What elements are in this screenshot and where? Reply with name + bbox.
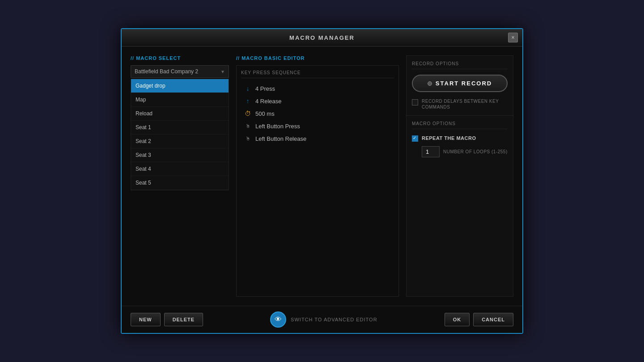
footer-left: NEW DELETE [131, 313, 203, 326]
repeat-macro-row: REPEAT THE MACRO [412, 135, 508, 142]
title-bar: MACRO MANAGER × [122, 29, 522, 46]
sequence-item-label: 4 Release [255, 98, 282, 105]
macro-options-section: MACRO OPTIONS REPEAT THE MACRO NUMBER OF… [406, 116, 513, 297]
sequence-item-label: Left Button Press [255, 123, 300, 130]
record-options-section: RECORD OPTIONS START RECORD RECORD DELAY… [406, 55, 513, 116]
start-record-label: START RECORD [436, 80, 492, 87]
footer-right: OK CANCEL [445, 313, 513, 326]
new-button[interactable]: NEW [131, 313, 161, 326]
macro-item[interactable]: Map [131, 93, 229, 107]
record-delay-row: RECORD DELAYS BETWEEN KEY COMMANDS [412, 98, 508, 110]
sequence-item[interactable]: 🖱 Left Button Press [241, 120, 394, 132]
switch-advanced-editor[interactable]: 👁 SWITCH TO ADVANCED EDITOR [270, 311, 377, 328]
game-dropdown-label: Battlefield Bad Company 2 [135, 68, 198, 75]
sequence-item[interactable]: ↑ 4 Release [241, 95, 394, 107]
key-sequence-container: KEY PRESS SEQUENCE ↓ 4 Press ↑ 4 Release… [236, 65, 399, 297]
loops-row: NUMBER OF LOOPS (1-255) [412, 146, 508, 157]
sequence-item-label: Left Button Release [255, 135, 306, 142]
modal-macro-manager: MACRO MANAGER × MACRO SELECT Battlefield… [121, 28, 523, 334]
modal-body: MACRO SELECT Battlefield Bad Company 2 ▼… [122, 46, 522, 306]
macro-select-title: MACRO SELECT [131, 55, 229, 61]
macro-editor-title: MACRO BASIC EDITOR [236, 55, 399, 61]
sequence-item-label: 500 ms [255, 110, 275, 117]
window-title: MACRO MANAGER [289, 34, 355, 41]
macro-item[interactable]: Reload [131, 107, 229, 121]
record-delays-checkbox[interactable] [412, 99, 418, 105]
macro-item[interactable]: Seat 3 [131, 148, 229, 162]
repeat-macro-checkbox[interactable] [412, 135, 418, 142]
cancel-button[interactable]: CANCEL [473, 313, 513, 326]
macro-options-title: MACRO OPTIONS [412, 121, 508, 129]
right-panel: RECORD OPTIONS START RECORD RECORD DELAY… [406, 55, 513, 297]
record-delays-label: RECORD DELAYS BETWEEN KEY COMMANDS [422, 98, 508, 110]
modal-footer: NEW DELETE 👁 SWITCH TO ADVANCED EDITOR O… [122, 306, 522, 333]
macro-item[interactable]: Seat 1 [131, 121, 229, 135]
loops-input[interactable] [422, 146, 440, 157]
sequence-item[interactable]: ↓ 4 Press [241, 83, 394, 94]
ok-button[interactable]: OK [445, 313, 470, 326]
repeat-macro-label: REPEAT THE MACRO [422, 135, 476, 141]
macro-item[interactable]: Gadget drop [131, 79, 229, 93]
chevron-down-icon: ▼ [220, 69, 225, 74]
macro-item[interactable]: Seat 4 [131, 162, 229, 176]
clock-icon: ⏱ [244, 109, 252, 118]
arrow-down-icon: ↓ [244, 84, 252, 93]
sequence-item-label: 4 Press [255, 85, 275, 92]
switch-label: SWITCH TO ADVANCED EDITOR [291, 317, 377, 322]
loops-label: NUMBER OF LOOPS (1-255) [443, 149, 508, 154]
macro-item[interactable]: Seat 2 [131, 135, 229, 148]
mouse-icon: 🖱 [244, 122, 252, 130]
game-dropdown[interactable]: Battlefield Bad Company 2 ▼ [131, 65, 229, 78]
macro-item[interactable]: Seat 5 [131, 176, 229, 190]
middle-panel: MACRO BASIC EDITOR KEY PRESS SEQUENCE ↓ … [236, 55, 399, 297]
sequence-item[interactable]: ⏱ 500 ms [241, 108, 394, 119]
arrow-up-icon: ↑ [244, 97, 252, 105]
mouse-icon: 🖱 [244, 135, 252, 143]
delete-button[interactable]: DELETE [164, 313, 203, 326]
record-dot-icon [428, 81, 432, 86]
sequence-item[interactable]: 🖱 Left Button Release [241, 133, 394, 144]
left-panel: MACRO SELECT Battlefield Bad Company 2 ▼… [131, 55, 229, 297]
close-button[interactable]: × [508, 33, 518, 42]
eye-icon: 👁 [270, 311, 286, 328]
macro-list: Gadget drop Map Reload Seat 1 Seat 2 Sea… [131, 79, 229, 190]
key-sequence-title: KEY PRESS SEQUENCE [241, 70, 394, 78]
start-record-button[interactable]: START RECORD [412, 75, 508, 92]
record-options-title: RECORD OPTIONS [412, 61, 508, 69]
